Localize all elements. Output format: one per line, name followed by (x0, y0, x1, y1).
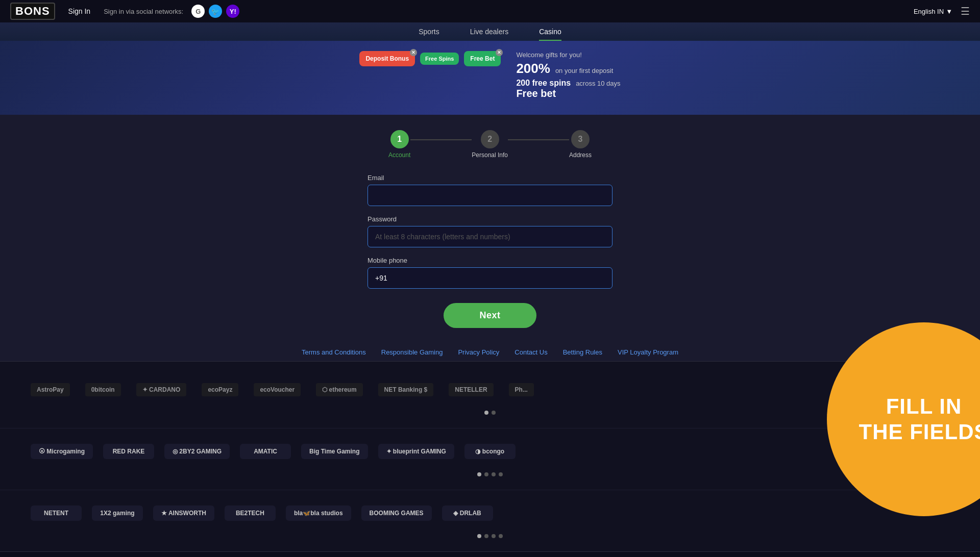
dot-p2-3 (492, 534, 496, 538)
yahoo-icon[interactable]: Y! (226, 5, 239, 18)
tab-live-dealers[interactable]: Live dealers (470, 23, 509, 41)
bonus-info: Welcome gifts for you! 200% on your firs… (516, 51, 620, 99)
dot-p2-2 (484, 534, 488, 538)
step-line-2 (508, 139, 569, 140)
provider-drlab: ◈ DRLAB (442, 505, 493, 521)
logo-bitcoin: 0bitcoin (85, 383, 121, 396)
next-button[interactable]: Next (444, 303, 536, 328)
step-3-circle: 3 (571, 130, 590, 148)
provider-blueprint: ✦ blueprint GAMING (378, 444, 454, 459)
hamburger-menu-icon[interactable]: ☰ (961, 5, 970, 17)
provider-amatic: AMATIC (240, 444, 291, 459)
step-1-circle: 1 (390, 130, 409, 148)
dot-p1-4 (499, 472, 503, 476)
mobile-field-group: Mobile phone (368, 257, 612, 289)
language-selector[interactable]: English IN ▼ (914, 8, 952, 15)
step-2-circle: 2 (481, 130, 499, 148)
password-label: Password (368, 215, 612, 223)
google-icon[interactable]: G (191, 5, 205, 18)
provider-be2tech: BE2TECH (225, 505, 276, 521)
email-field-group: Email (368, 174, 612, 206)
free-spins-text: 200 free spins (516, 79, 571, 88)
provider-booming: BOOMING GAMES (361, 505, 432, 521)
dot-p2-4 (499, 534, 503, 538)
provider-redrake: RED RAKE (103, 444, 154, 459)
step-1-label: Account (388, 151, 410, 159)
logo-neteller: NETELLER (449, 383, 493, 396)
providers-row-2: NETENT 1X2 gaming ★ AINSWORTH BE2TECH bl… (31, 495, 949, 531)
contact-us-link[interactable]: Contact Us (514, 348, 547, 356)
dot-p1-3 (492, 472, 496, 476)
password-input[interactable] (368, 226, 612, 247)
logo-ethereum: ⬡ ethereum (316, 383, 362, 396)
logo-ecovoucher: ecoVoucher (254, 383, 301, 396)
dot-p2-1 (477, 534, 481, 538)
payment-carousel-dots (31, 408, 949, 418)
providers-section-2: NETENT 1X2 gaming ★ AINSWORTH BE2TECH bl… (0, 490, 980, 551)
language-label: English IN (914, 8, 944, 15)
deposit-bonus-label: Deposit Bonus (365, 55, 409, 62)
step-2-label: Personal Info (472, 151, 508, 159)
email-label: Email (368, 174, 612, 182)
top-navigation: BONS Sign In Sign in via social networks… (0, 0, 980, 22)
provider-2by2: ◎ 2BY2 GAMING (164, 444, 230, 459)
bonus-cards-group: Deposit Bonus ✕ Free Spins Free Bet ✕ (359, 51, 501, 66)
welcome-banner: Deposit Bonus ✕ Free Spins Free Bet ✕ We… (0, 41, 980, 115)
free-spins-card[interactable]: Free Spins (420, 53, 459, 65)
main-content: 1 Account 2 Personal Info 3 Address Emai… (0, 115, 980, 338)
deposit-bonus-close[interactable]: ✕ (410, 49, 417, 56)
provider-bigtimegaming: Big Time Gaming (301, 444, 368, 459)
step-3-label: Address (569, 151, 592, 159)
tab-casino[interactable]: Casino (539, 23, 561, 41)
vip-loyalty-link[interactable]: VIP Loyalty Program (618, 348, 678, 356)
provider-bcongo: ◑ bcongo (464, 444, 516, 459)
responsible-gaming-link[interactable]: Responsible Gaming (381, 348, 443, 356)
on-deposit-text: on your first deposit (555, 67, 613, 74)
free-bet-label: Free Bet (470, 55, 495, 62)
free-bet-close[interactable]: ✕ (496, 49, 503, 56)
password-field-group: Password (368, 215, 612, 247)
dot-p1-2 (484, 472, 488, 476)
step-2-personal: 2 Personal Info (472, 130, 508, 159)
deposit-bonus-card[interactable]: Deposit Bonus ✕ (359, 51, 415, 66)
providers-row-1: ⦿ Microgaming RED RAKE ◎ 2BY2 GAMING AMA… (31, 434, 949, 469)
bonus-percent: 200% (516, 61, 550, 77)
provider-ainsworth: ★ AINSWORTH (153, 505, 214, 521)
chevron-down-icon: ▼ (946, 8, 952, 15)
provider-blabla: bla🦋bla studios (286, 505, 351, 521)
providers-section-1: ⦿ Microgaming RED RAKE ◎ 2BY2 GAMING AMA… (0, 428, 980, 490)
registration-form-container: 1 Account 2 Personal Info 3 Address Emai… (368, 130, 612, 328)
providers-carousel-dots-2 (31, 531, 949, 541)
welcome-text: Welcome gifts for you! (516, 51, 620, 59)
sign-in-via-label: Sign in via social networks: (104, 8, 183, 15)
betting-rules-link[interactable]: Betting Rules (563, 348, 602, 356)
dot-2 (492, 411, 496, 415)
free-bet-card[interactable]: Free Bet ✕ (464, 51, 501, 66)
logo-cardano: ✦ CARDANO (136, 383, 187, 396)
free-spins-card-label: Free Spins (425, 56, 454, 62)
winners-bar: 🎰 aleksandr has just won ₹7,680.85 in Me… (0, 551, 980, 557)
mobile-input[interactable] (368, 267, 612, 289)
dot-1 (484, 411, 488, 415)
logo-paytm: Ph... (509, 383, 534, 396)
providers-carousel-dots-1 (31, 469, 949, 479)
provider-microgaming: ⦿ Microgaming (31, 444, 93, 459)
social-icons-group: G 🐦 Y! (191, 5, 239, 18)
logo-net-banking: NET Banking $ (378, 383, 434, 396)
logo-astropay: AstroPay (31, 383, 70, 396)
email-input[interactable] (368, 185, 612, 206)
provider-1x2gaming: 1X2 gaming (92, 505, 143, 521)
step-line-1 (410, 139, 472, 140)
site-logo: BONS (10, 3, 55, 20)
provider-netent: NETENT (31, 505, 82, 521)
steps-indicator: 1 Account 2 Personal Info 3 Address (368, 130, 612, 159)
tab-sports[interactable]: Sports (419, 23, 439, 41)
terms-link[interactable]: Terms and Conditions (302, 348, 366, 356)
payment-logos-row: AstroPay 0bitcoin ✦ CARDANO ecoPayz ecoV… (31, 372, 949, 408)
header-tabs: Sports Live dealers Casino (0, 22, 980, 41)
privacy-policy-link[interactable]: Privacy Policy (458, 348, 499, 356)
footer-links: Terms and Conditions Responsible Gaming … (0, 338, 980, 361)
free-bet-text: Free bet (516, 88, 620, 99)
sign-in-link[interactable]: Sign In (68, 7, 91, 15)
twitter-icon[interactable]: 🐦 (209, 5, 222, 18)
